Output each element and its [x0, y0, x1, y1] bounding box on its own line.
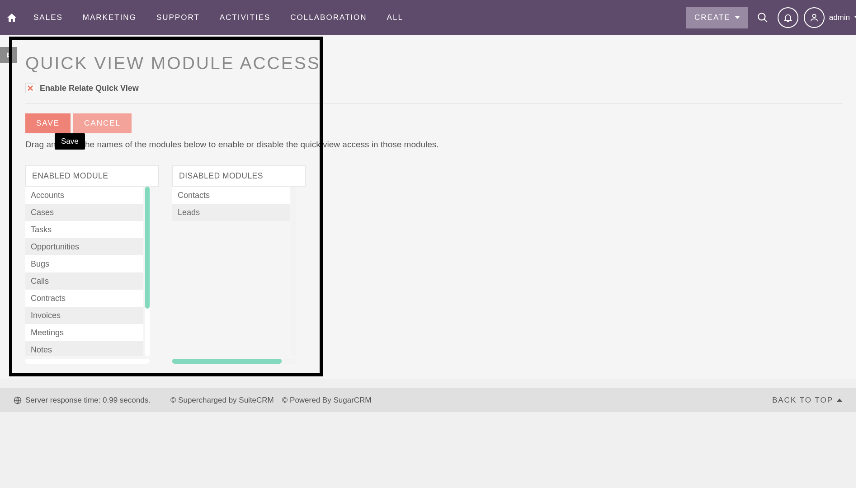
module-item[interactable]: Accounts	[25, 187, 143, 204]
cancel-button[interactable]: CANCEL	[73, 113, 132, 133]
module-item[interactable]: Meetings	[25, 324, 143, 341]
nav-item-all[interactable]: ALL	[377, 13, 413, 22]
module-item[interactable]: Tasks	[25, 221, 143, 238]
enabled-column: ENABLED MODULE Accounts Cases Tasks Oppo…	[25, 165, 159, 364]
nav-item-marketing[interactable]: MARKETING	[73, 13, 146, 22]
scrollbar-vertical[interactable]	[292, 187, 297, 356]
top-nav: SALES MARKETING SUPPORT ACTIVITIES COLLA…	[0, 0, 868, 35]
user-icon	[804, 7, 825, 28]
module-item[interactable]: Leads	[172, 204, 290, 221]
module-item[interactable]: Contracts	[25, 290, 143, 307]
module-item[interactable]: Bugs	[25, 255, 143, 272]
footer-sugarcrm[interactable]: © Powered By SugarCRM	[282, 396, 372, 405]
save-button[interactable]: SAVE	[25, 113, 71, 133]
create-button[interactable]: CREATE	[686, 7, 748, 28]
nav-item-support[interactable]: SUPPORT	[146, 13, 210, 22]
instruction-text: Drag and drop the names of the modules b…	[25, 140, 843, 150]
notifications-icon[interactable]	[778, 7, 798, 28]
enabled-list[interactable]: Accounts Cases Tasks Opportunities Bugs …	[25, 187, 143, 356]
browser-scrollbar[interactable]	[856, 0, 868, 488]
page-content: QUICK VIEW MODULE ACCESS ✕ Enable Relate…	[0, 35, 868, 379]
module-item[interactable]: Invoices	[25, 307, 143, 324]
scrollbar-horizontal[interactable]	[25, 359, 150, 364]
chevron-down-icon	[735, 16, 740, 19]
button-row: SAVE CANCEL Save	[25, 113, 843, 133]
user-name: admin	[829, 13, 850, 22]
nav-item-sales[interactable]: SALES	[24, 13, 73, 22]
enable-checkbox-row[interactable]: ✕ Enable Relate Quick View	[25, 83, 843, 93]
footer-suitecrm[interactable]: © Supercharged by SuiteCRM	[170, 396, 274, 405]
globe-icon	[14, 396, 22, 404]
divider	[25, 103, 843, 103]
disabled-header: DISABLED MODULES	[172, 165, 306, 187]
page-title: QUICK VIEW MODULE ACCESS	[25, 53, 843, 73]
close-icon[interactable]: ✕	[25, 83, 35, 93]
tooltip: Save	[55, 133, 85, 150]
search-icon[interactable]	[757, 12, 769, 23]
sidebar-toggle[interactable]	[0, 47, 17, 63]
module-columns: ENABLED MODULE Accounts Cases Tasks Oppo…	[25, 165, 843, 364]
module-item[interactable]: Contacts	[172, 187, 290, 204]
scrollbar-vertical[interactable]	[145, 187, 150, 356]
checkbox-label: Enable Relate Quick View	[40, 84, 139, 93]
response-time: Server response time: 0.99 seconds.	[25, 396, 151, 405]
svg-point-0	[758, 13, 765, 20]
home-icon[interactable]	[5, 12, 24, 23]
nav-item-activities[interactable]: ACTIVITIES	[210, 13, 281, 22]
module-item[interactable]: Cases	[25, 204, 143, 221]
svg-line-1	[764, 19, 767, 22]
disabled-list[interactable]: Contacts Leads	[172, 187, 290, 356]
enabled-header: ENABLED MODULE	[25, 165, 159, 187]
module-item[interactable]: Notes	[25, 341, 143, 356]
disabled-column: DISABLED MODULES Contacts Leads	[172, 165, 306, 364]
nav-item-collaboration[interactable]: COLLABORATION	[280, 13, 377, 22]
footer: Server response time: 0.99 seconds. © Su…	[0, 388, 856, 412]
module-item[interactable]: Opportunities	[25, 238, 143, 255]
back-to-top-label: BACK TO TOP	[772, 396, 833, 405]
nav-items: SALES MARKETING SUPPORT ACTIVITIES COLLA…	[24, 13, 413, 22]
scrollbar-horizontal[interactable]	[172, 359, 297, 364]
module-item[interactable]: Calls	[25, 272, 143, 290]
back-to-top[interactable]: BACK TO TOP	[772, 396, 842, 405]
user-menu[interactable]: admin	[804, 7, 859, 28]
svg-point-2	[812, 14, 816, 18]
create-label: CREATE	[694, 13, 731, 22]
chevron-up-icon	[837, 399, 842, 402]
